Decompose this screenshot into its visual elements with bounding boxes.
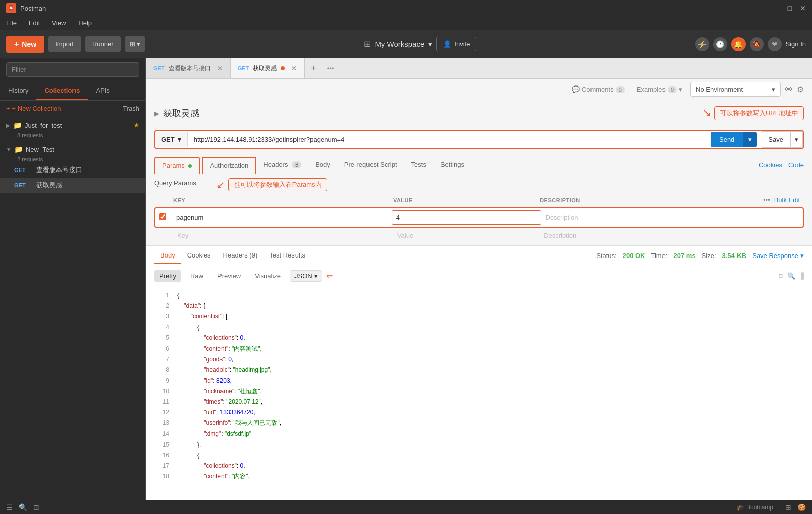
filter-input[interactable] bbox=[6, 62, 139, 77]
req-tab-body[interactable]: Body bbox=[308, 157, 337, 174]
save-response-button[interactable]: Save Response ▾ bbox=[752, 252, 804, 260]
minimize-btn[interactable]: — bbox=[773, 4, 780, 12]
layout-button[interactable]: ⊞ ▾ bbox=[125, 36, 146, 52]
code-line-14: 14 "ximg": "dsfsdf.jp" bbox=[146, 429, 812, 439]
req-tab-authorization[interactable]: Authorization bbox=[202, 157, 256, 174]
req-tab-params[interactable]: Params bbox=[154, 157, 200, 174]
cookies-link[interactable]: Cookies bbox=[759, 161, 782, 169]
bell-icon[interactable]: 🔕 bbox=[750, 37, 764, 51]
examples-caret: ▾ bbox=[679, 85, 682, 93]
collection-header-new-test[interactable]: ▼ 📁 New_Test bbox=[0, 142, 145, 156]
main-layout: History Collections APIs + + New Collect… bbox=[0, 58, 812, 500]
response-area: Body Cookies Headers (9) Test Results St… bbox=[146, 245, 812, 500]
tab-close-icon-2[interactable]: ✕ bbox=[291, 64, 297, 72]
collection-new-test: ▼ 📁 New_Test 2 requests GET 查看版本号接口 GET … bbox=[0, 140, 145, 195]
tab-get-inspiration[interactable]: GET 获取灵感 ✕ bbox=[231, 58, 305, 78]
resize-handle[interactable] bbox=[801, 272, 804, 280]
save-button[interactable]: Save bbox=[761, 131, 791, 148]
resp-tab-headers[interactable]: Headers (9) bbox=[217, 247, 264, 264]
maximize-btn[interactable]: □ bbox=[788, 4, 792, 12]
heart-icon[interactable]: ❤ bbox=[768, 37, 782, 51]
code-link[interactable]: Code bbox=[788, 161, 804, 169]
env-gear-icon[interactable]: ⚙ bbox=[797, 84, 804, 94]
req-tab-pre-request[interactable]: Pre-request Script bbox=[337, 157, 404, 174]
sign-in-button[interactable]: Sign In bbox=[786, 40, 806, 48]
format-type-select[interactable]: JSON ▾ bbox=[290, 270, 322, 282]
bootcamp-label: Bootcamp bbox=[746, 504, 773, 511]
import-button[interactable]: Import bbox=[48, 36, 81, 52]
menu-edit[interactable]: Edit bbox=[27, 18, 42, 28]
resp-tab-test-results[interactable]: Test Results bbox=[263, 247, 311, 264]
env-eye-icon[interactable]: 👁 bbox=[785, 85, 793, 94]
param-key-input-1[interactable] bbox=[174, 212, 392, 223]
send-button[interactable]: Send bbox=[711, 132, 743, 147]
menu-view[interactable]: View bbox=[50, 18, 68, 28]
bootcamp-link[interactable]: 🎓 Bootcamp bbox=[736, 504, 773, 511]
new-collection-button[interactable]: + + New Collection bbox=[6, 105, 61, 112]
resp-tab-cookies[interactable]: Cookies bbox=[181, 247, 217, 264]
tab-apis[interactable]: APIs bbox=[88, 81, 118, 100]
param-row-1: Description bbox=[154, 207, 804, 228]
format-preview[interactable]: Preview bbox=[212, 270, 246, 282]
menubar: File Edit View Help bbox=[0, 16, 812, 30]
tab-history[interactable]: History bbox=[0, 81, 36, 100]
resp-tab-body[interactable]: Body bbox=[154, 247, 181, 264]
sidebar-toggle-icon[interactable]: ☰ bbox=[6, 503, 13, 511]
copy-icon[interactable]: ⧉ bbox=[779, 272, 783, 280]
new-button[interactable]: New bbox=[6, 36, 44, 53]
size-value: 3.54 KB bbox=[722, 252, 747, 260]
history-icon[interactable]: 🕐 bbox=[713, 37, 727, 51]
lightning-icon[interactable]: ⚡ bbox=[695, 37, 709, 51]
search-bottom-icon[interactable]: 🔍 bbox=[19, 503, 27, 511]
notification-icon[interactable]: 🔔 bbox=[731, 37, 746, 51]
close-btn[interactable]: ✕ bbox=[800, 4, 806, 12]
runner-button[interactable]: Runner bbox=[85, 36, 121, 52]
method-select[interactable]: GET ▾ bbox=[155, 132, 188, 147]
tab-close-icon[interactable]: ✕ bbox=[217, 64, 223, 72]
star-icon[interactable]: ★ bbox=[134, 122, 139, 129]
search-response-icon[interactable]: 🔍 bbox=[787, 272, 795, 280]
save-response-caret: ▾ bbox=[800, 252, 804, 260]
format-raw[interactable]: Raw bbox=[185, 270, 208, 282]
menu-help[interactable]: Help bbox=[76, 18, 94, 28]
cookie-bottom-icon[interactable]: 🍪 bbox=[797, 503, 806, 511]
comments-button[interactable]: 💬 Comments 0 bbox=[568, 83, 629, 95]
window-controls[interactable]: — □ ✕ bbox=[773, 4, 806, 12]
bulk-edit-button[interactable]: Bulk Edit bbox=[774, 196, 800, 204]
toolbar: New Import Runner ⊞ ▾ ⊞ My Workspace ▾ 👤… bbox=[0, 30, 812, 58]
format-pretty[interactable]: Pretty bbox=[154, 270, 181, 282]
env-select[interactable]: No Environment ▾ bbox=[690, 82, 781, 97]
param-checkbox-1[interactable] bbox=[159, 213, 166, 220]
collapse-icon[interactable]: ▶ bbox=[154, 110, 159, 117]
value-placeholder[interactable]: Value bbox=[393, 230, 417, 241]
key-placeholder[interactable]: Key bbox=[173, 230, 192, 241]
description-placeholder[interactable]: Description bbox=[540, 230, 580, 241]
more-tabs-button[interactable]: ••• bbox=[322, 65, 339, 72]
method-badge-get: GET bbox=[14, 167, 32, 173]
workspace-button[interactable]: ⊞ My Workspace ▾ bbox=[364, 39, 432, 49]
save-dropdown-button[interactable]: ▾ bbox=[791, 131, 803, 148]
req-tab-settings[interactable]: Settings bbox=[433, 157, 471, 174]
tab-collections[interactable]: Collections bbox=[36, 81, 88, 100]
new-tab-button[interactable]: + bbox=[305, 63, 322, 74]
layout-bottom-icon[interactable]: ⊞ bbox=[785, 503, 791, 511]
send-dropdown-button[interactable]: ▾ bbox=[743, 132, 757, 147]
examples-button[interactable]: Examples 0 ▾ bbox=[633, 83, 686, 95]
req-tab-tests[interactable]: Tests bbox=[404, 157, 433, 174]
trash-button[interactable]: Trash bbox=[123, 105, 139, 112]
collection-header-just-for-test[interactable]: ▶ 📁 Just_for_test ★ bbox=[0, 118, 145, 132]
console-icon[interactable]: ⊡ bbox=[33, 503, 39, 511]
param-value-input-1[interactable] bbox=[394, 212, 539, 223]
request-item-get-inspiration[interactable]: GET 获取灵感 bbox=[0, 178, 145, 193]
req-tab-headers[interactable]: Headers 8 bbox=[256, 157, 308, 174]
format-icon[interactable]: ⇐ bbox=[326, 271, 333, 281]
code-line-16: 16 { bbox=[146, 450, 812, 461]
request-item-check-version[interactable]: GET 查看版本号接口 bbox=[0, 162, 145, 178]
menu-file[interactable]: File bbox=[4, 18, 19, 28]
more-params-icon[interactable]: ••• bbox=[763, 196, 770, 204]
format-visualize[interactable]: Visualize bbox=[250, 270, 286, 282]
invite-button[interactable]: 👤 Invite bbox=[436, 37, 476, 51]
url-input[interactable] bbox=[188, 132, 711, 147]
content-area: GET 查看版本号接口 ✕ GET 获取灵感 ✕ + ••• 💬 Comment… bbox=[146, 58, 812, 500]
tab-check-version[interactable]: GET 查看版本号接口 ✕ bbox=[146, 58, 231, 78]
